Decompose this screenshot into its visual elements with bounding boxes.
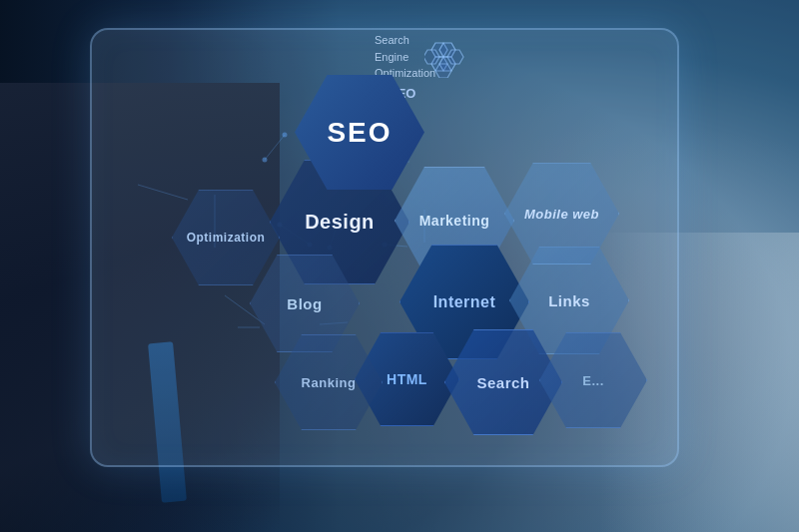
svg-marker-26 <box>447 50 463 64</box>
hex-grid: SEO Design Marketing Internet Links Mobi… <box>140 55 659 474</box>
main-scene: SEO Design Marketing Internet Links Mobi… <box>0 0 799 532</box>
hex-optimization: Optimization <box>172 190 280 285</box>
hex-mobile-web: Mobile web <box>504 163 619 265</box>
honeycomb-icon <box>424 40 466 82</box>
svg-marker-25 <box>424 50 439 64</box>
svg-marker-27 <box>435 64 451 78</box>
